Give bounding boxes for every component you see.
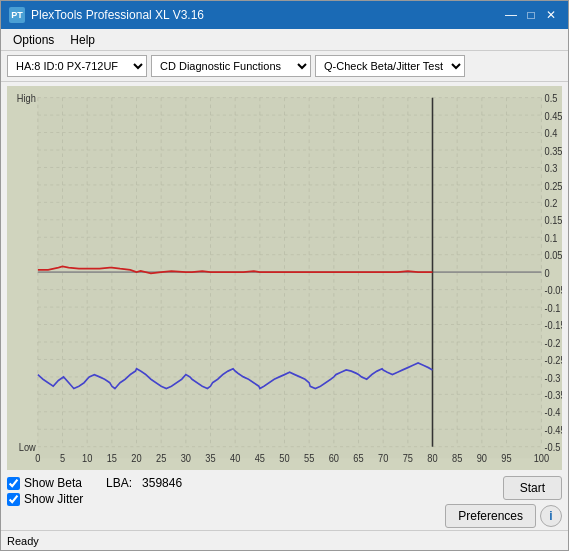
svg-text:0.2: 0.2 — [545, 197, 558, 209]
svg-text:-0.05: -0.05 — [545, 285, 562, 297]
lba-value: 359846 — [142, 476, 182, 490]
main-window: PT PlexTools Professional XL V3.16 — □ ✕… — [0, 0, 569, 551]
svg-text:Low: Low — [19, 442, 37, 454]
svg-text:55: 55 — [304, 452, 315, 464]
svg-text:70: 70 — [378, 452, 389, 464]
svg-text:10: 10 — [82, 452, 93, 464]
bottom-controls: Show Beta LBA: 359846 Show Jitter Start … — [1, 472, 568, 530]
menu-bar: Options Help — [1, 29, 568, 51]
svg-rect-1 — [38, 98, 542, 459]
svg-text:0.4: 0.4 — [545, 128, 558, 140]
menu-help[interactable]: Help — [62, 31, 103, 49]
start-button[interactable]: Start — [503, 476, 562, 500]
maximize-button[interactable]: □ — [522, 6, 540, 24]
svg-text:50: 50 — [279, 452, 290, 464]
status-bar: Ready — [1, 530, 568, 550]
svg-text:45: 45 — [255, 452, 266, 464]
svg-text:-0.25: -0.25 — [545, 355, 562, 367]
lba-label: LBA: — [106, 476, 132, 490]
svg-text:0.05: 0.05 — [545, 250, 562, 262]
svg-text:85: 85 — [452, 452, 463, 464]
toolbar: HA:8 ID:0 PX-712UF CD Diagnostic Functio… — [1, 51, 568, 82]
svg-text:5: 5 — [60, 452, 66, 464]
svg-text:80: 80 — [427, 452, 438, 464]
svg-text:0.25: 0.25 — [545, 180, 562, 192]
svg-text:30: 30 — [181, 452, 192, 464]
app-icon: PT — [9, 7, 25, 23]
svg-text:0.5: 0.5 — [545, 93, 558, 105]
svg-text:0.45: 0.45 — [545, 110, 562, 122]
drive-select[interactable]: HA:8 ID:0 PX-712UF — [7, 55, 147, 77]
svg-text:-0.35: -0.35 — [545, 389, 562, 401]
bottom-left: Show Beta LBA: 359846 Show Jitter — [7, 476, 445, 506]
show-jitter-checkbox[interactable] — [7, 493, 20, 506]
svg-text:95: 95 — [501, 452, 512, 464]
svg-text:65: 65 — [353, 452, 364, 464]
show-beta-checkbox-row: Show Beta LBA: 359846 — [7, 476, 445, 490]
svg-text:40: 40 — [230, 452, 241, 464]
svg-text:15: 15 — [107, 452, 118, 464]
svg-text:0.1: 0.1 — [545, 232, 558, 244]
menu-options[interactable]: Options — [5, 31, 62, 49]
svg-text:-0.1: -0.1 — [545, 302, 561, 314]
svg-text:-0.15: -0.15 — [545, 320, 562, 332]
show-beta-label: Show Beta — [24, 476, 82, 490]
window-title: PlexTools Professional XL V3.16 — [31, 8, 204, 22]
function-select[interactable]: CD Diagnostic Functions — [151, 55, 311, 77]
svg-text:0: 0 — [35, 452, 41, 464]
svg-text:0.35: 0.35 — [545, 145, 562, 157]
title-bar-left: PT PlexTools Professional XL V3.16 — [9, 7, 204, 23]
show-jitter-label: Show Jitter — [24, 492, 83, 506]
svg-text:0.3: 0.3 — [545, 163, 558, 175]
status-text: Ready — [7, 535, 39, 547]
preferences-button[interactable]: Preferences — [445, 504, 536, 528]
svg-text:-0.45: -0.45 — [545, 424, 562, 436]
svg-text:High: High — [17, 93, 36, 105]
svg-text:60: 60 — [329, 452, 340, 464]
chart-area: 0.5 0.45 0.4 0.35 0.3 0.25 0.2 0.15 0.1 … — [7, 86, 562, 470]
close-button[interactable]: ✕ — [542, 6, 560, 24]
svg-text:100: 100 — [534, 452, 550, 464]
info-button[interactable]: i — [540, 505, 562, 527]
svg-text:-0.4: -0.4 — [545, 407, 561, 419]
svg-text:0: 0 — [545, 267, 551, 279]
svg-text:25: 25 — [156, 452, 167, 464]
bottom-right: Start Preferences i — [445, 476, 562, 528]
title-controls: — □ ✕ — [502, 6, 560, 24]
svg-text:-0.2: -0.2 — [545, 337, 561, 349]
show-jitter-checkbox-row: Show Jitter — [7, 492, 445, 506]
svg-text:75: 75 — [403, 452, 414, 464]
svg-text:-0.3: -0.3 — [545, 372, 561, 384]
show-beta-checkbox[interactable] — [7, 477, 20, 490]
minimize-button[interactable]: — — [502, 6, 520, 24]
svg-text:90: 90 — [477, 452, 488, 464]
chart-svg: 0.5 0.45 0.4 0.35 0.3 0.25 0.2 0.15 0.1 … — [7, 86, 562, 470]
title-bar: PT PlexTools Professional XL V3.16 — □ ✕ — [1, 1, 568, 29]
svg-text:0.15: 0.15 — [545, 215, 562, 227]
test-select[interactable]: Q-Check Beta/Jitter Test — [315, 55, 465, 77]
svg-text:20: 20 — [131, 452, 142, 464]
svg-text:35: 35 — [205, 452, 216, 464]
